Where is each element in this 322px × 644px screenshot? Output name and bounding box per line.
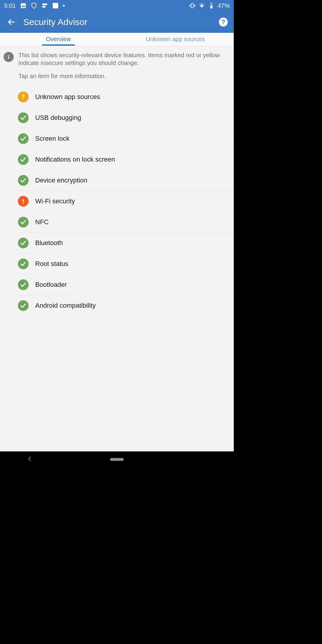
battery-icon [208,2,215,9]
svg-rect-11 [210,6,212,8]
security-item-label: Notifications on lock screen [35,156,115,163]
security-item-row[interactable]: Unknown app sources [18,86,234,107]
check-icon [18,258,29,269]
svg-rect-2 [42,4,47,5]
svg-rect-17 [23,199,24,202]
check-icon [18,300,29,311]
tab-strip: Overview Unknown app sources [0,33,234,46]
check-icon [18,217,29,227]
security-item-label: USB debugging [35,114,81,122]
tab-label: Overview [46,36,71,43]
tab-unknown-app-sources[interactable]: Unknown app sources [117,33,234,46]
security-item-row[interactable]: Wi-Fi security [18,191,234,212]
security-item-row[interactable]: Device encryption [18,170,234,191]
svg-point-16 [23,98,24,99]
security-item-label: Android compatibility [35,302,96,309]
security-item-row[interactable]: USB debugging [18,107,234,128]
wifi-icon [199,2,205,9]
svg-rect-0 [21,3,26,8]
arrow-left-icon [7,18,16,26]
chevron-left-icon [27,456,33,462]
app-bar: Security Advisor ? [0,11,234,33]
svg-rect-15 [8,57,9,59]
security-item-row[interactable]: Root status [18,253,234,274]
help-button[interactable]: ? [219,18,228,27]
check-icon [18,279,29,290]
info-icon [4,52,14,62]
intro-block: This list shows security-relevant device… [0,46,234,80]
gallery-icon [20,2,27,9]
svg-point-18 [23,202,24,204]
security-item-label: Root status [35,260,68,268]
app-icon-1 [41,2,48,9]
exclamation-icon [18,196,29,207]
svg-rect-5 [191,4,193,8]
question-icon [18,92,29,102]
security-item-label: NFC [35,218,49,226]
security-item-label: Device encryption [35,177,87,184]
system-nav-bar [0,451,234,467]
svg-rect-4 [53,3,58,8]
more-notifications-dot-icon [63,5,65,7]
security-item-label: Wi-Fi security [35,197,75,205]
check-icon [18,133,29,144]
security-item-row[interactable]: NFC [18,212,234,233]
svg-point-14 [8,55,9,56]
question-mark-icon: ? [221,18,225,26]
nav-home-pill[interactable] [110,458,124,461]
security-item-row[interactable]: Bootloader [18,274,234,295]
tab-overview[interactable]: Overview [0,33,117,46]
svg-rect-12 [211,3,212,3]
security-item-label: Bluetooth [35,239,63,247]
security-item-row[interactable]: Android compatibility [18,295,234,316]
tab-label: Unknown app sources [146,36,205,43]
check-icon [18,154,29,165]
check-icon [18,238,29,248]
status-battery-pct: 47% [218,2,230,9]
back-button[interactable] [4,14,19,30]
check-icon [18,112,29,123]
intro-text-2: Tap an item for more information. [18,72,228,80]
security-item-row[interactable]: Bluetooth [18,233,234,253]
nav-back-button[interactable] [27,456,33,463]
security-item-label: Screen lock [35,135,69,143]
page-title: Security Advisor [23,17,87,27]
intro-text-1: This list shows security-relevant device… [18,51,228,67]
vibrate-icon [189,2,196,9]
security-item-row[interactable]: Screen lock [18,128,234,149]
security-item-label: Unknown app sources [35,93,100,101]
svg-rect-3 [42,6,46,7]
security-item-label: Bootloader [35,281,67,289]
check-icon [18,175,29,186]
security-item-list: Unknown app sourcesUSB debuggingScreen l… [0,86,234,316]
content-area: This list shows security-relevant device… [0,46,234,451]
status-bar: 5:01 47% [0,0,234,11]
status-time: 5:01 [4,2,16,9]
app-icon-2 [52,2,59,9]
shield-icon [31,2,37,9]
security-item-row[interactable]: Notifications on lock screen [18,149,234,170]
